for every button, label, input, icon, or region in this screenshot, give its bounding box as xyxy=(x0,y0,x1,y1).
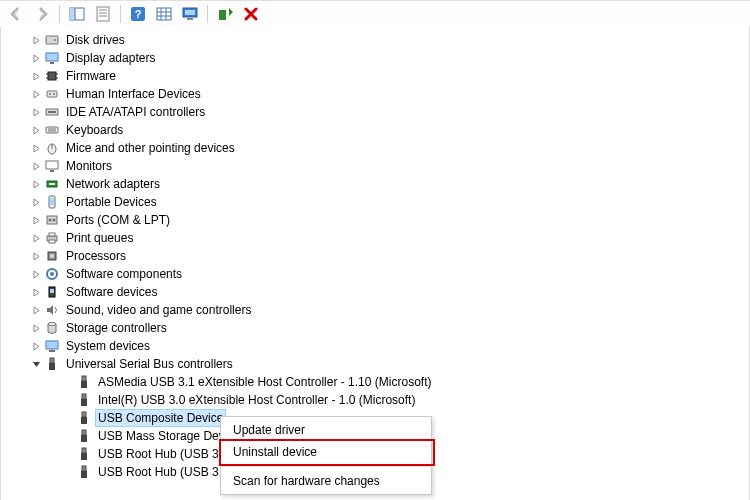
tree-node[interactable]: Sound, video and game controllers xyxy=(1,301,749,319)
chevron-right-icon[interactable] xyxy=(29,267,43,281)
tree-node-label: Disk drives xyxy=(64,32,127,48)
svg-rect-57 xyxy=(49,350,55,352)
device-tree[interactable]: Disk drivesDisplay adaptersFirmwareHuman… xyxy=(1,27,749,481)
tree-node[interactable]: IDE ATA/ATAPI controllers xyxy=(1,103,749,121)
svg-rect-54 xyxy=(50,289,54,293)
svg-text:?: ? xyxy=(135,8,142,20)
toolbar-separator xyxy=(120,5,121,23)
tree-node[interactable]: Intel(R) USB 3.0 eXtensible Host Control… xyxy=(1,391,749,409)
mouse-icon xyxy=(44,140,60,156)
tree-node-label: ASMedia USB 3.1 eXtensible Host Controll… xyxy=(96,374,433,390)
toolbar-update-driver-button[interactable] xyxy=(213,2,237,26)
svg-rect-59 xyxy=(49,363,55,370)
tree-node[interactable]: Firmware xyxy=(1,67,749,85)
cpu-icon xyxy=(44,248,60,264)
svg-rect-47 xyxy=(49,233,55,236)
tree-node[interactable]: Keyboards xyxy=(1,121,749,139)
chevron-right-icon[interactable] xyxy=(29,105,43,119)
toolbar-scan-button[interactable] xyxy=(178,2,202,26)
toolbar: ? xyxy=(0,0,750,28)
tree-node[interactable]: System devices xyxy=(1,337,749,355)
toolbar-back-button[interactable] xyxy=(4,2,28,26)
tree-node[interactable]: Human Interface Devices xyxy=(1,85,749,103)
tree-node[interactable]: Monitors xyxy=(1,157,749,175)
chevron-right-icon[interactable] xyxy=(29,195,43,209)
svg-rect-66 xyxy=(82,430,86,435)
context-menu-uninstall-device[interactable]: Uninstall device xyxy=(221,441,431,463)
tree-node-label: Universal Serial Bus controllers xyxy=(64,356,235,372)
chevron-right-icon[interactable] xyxy=(29,87,43,101)
toolbar-separator xyxy=(207,5,208,23)
svg-rect-64 xyxy=(82,412,86,417)
chevron-down-icon[interactable] xyxy=(29,357,43,371)
sound-icon xyxy=(44,302,60,318)
tree-node-label: Processors xyxy=(64,248,128,264)
chevron-right-icon[interactable] xyxy=(29,249,43,263)
tree-node[interactable]: Portable Devices xyxy=(1,193,749,211)
svg-rect-37 xyxy=(46,161,58,169)
svg-rect-70 xyxy=(82,466,86,471)
properties-icon xyxy=(95,6,111,22)
toolbar-forward-button[interactable] xyxy=(30,2,54,26)
caret-placeholder xyxy=(61,465,75,479)
chevron-right-icon[interactable] xyxy=(29,141,43,155)
chevron-right-icon[interactable] xyxy=(29,177,43,191)
svg-point-52 xyxy=(50,272,54,276)
chevron-right-icon[interactable] xyxy=(29,213,43,227)
tree-node[interactable]: Disk drives xyxy=(1,31,749,49)
toolbar-properties-button[interactable] xyxy=(91,2,115,26)
tree-node[interactable]: Display adapters xyxy=(1,49,749,67)
chevron-right-icon[interactable] xyxy=(29,123,43,137)
tree-node[interactable]: Storage controllers xyxy=(1,319,749,337)
tree-node[interactable]: Software components xyxy=(1,265,749,283)
tree-node[interactable]: Ports (COM & LPT) xyxy=(1,211,749,229)
chip-icon xyxy=(44,68,60,84)
svg-rect-18 xyxy=(46,36,58,44)
toolbar-show-hide-tree-button[interactable] xyxy=(65,2,89,26)
chevron-right-icon[interactable] xyxy=(29,159,43,173)
tree-node-label: USB Mass Storage Devi xyxy=(96,428,229,444)
tree-node-label: IDE ATA/ATAPI controllers xyxy=(64,104,207,120)
context-menu-scan-hardware[interactable]: Scan for hardware changes xyxy=(221,470,431,492)
tree-node-label: Sound, video and game controllers xyxy=(64,302,253,318)
tree-node-label: System devices xyxy=(64,338,152,354)
console-tree-icon xyxy=(69,6,85,22)
toolbar-action-button[interactable] xyxy=(152,2,176,26)
svg-rect-68 xyxy=(82,448,86,453)
tree-node-label: Monitors xyxy=(64,158,114,174)
svg-rect-61 xyxy=(81,381,87,388)
chevron-right-icon[interactable] xyxy=(29,231,43,245)
context-menu-update-driver[interactable]: Update driver xyxy=(221,419,431,441)
tree-node[interactable]: Universal Serial Bus controllers xyxy=(1,355,749,373)
svg-rect-15 xyxy=(187,18,193,20)
usb-icon xyxy=(76,392,92,408)
chevron-right-icon[interactable] xyxy=(29,321,43,335)
chevron-right-icon[interactable] xyxy=(29,69,43,83)
tree-node-label: Mice and other pointing devices xyxy=(64,140,237,156)
chevron-right-icon[interactable] xyxy=(29,33,43,47)
svg-rect-40 xyxy=(49,183,55,185)
chevron-right-icon[interactable] xyxy=(29,303,43,317)
toolbar-uninstall-button[interactable] xyxy=(239,2,263,26)
chevron-right-icon[interactable] xyxy=(29,285,43,299)
tree-node[interactable]: Software devices xyxy=(1,283,749,301)
tree-node[interactable]: Print queues xyxy=(1,229,749,247)
chevron-right-icon[interactable] xyxy=(29,339,43,353)
svg-point-28 xyxy=(49,93,51,95)
toolbar-help-button[interactable]: ? xyxy=(126,2,150,26)
tree-node[interactable]: Mice and other pointing devices xyxy=(1,139,749,157)
port-icon xyxy=(44,212,60,228)
chevron-right-icon[interactable] xyxy=(29,51,43,65)
usb-icon xyxy=(76,374,92,390)
tree-node-label: Intel(R) USB 3.0 eXtensible Host Control… xyxy=(96,392,417,408)
tree-node[interactable]: ASMedia USB 3.1 eXtensible Host Controll… xyxy=(1,373,749,391)
tree-node[interactable]: Network adapters xyxy=(1,175,749,193)
tree-node-label: USB Composite Device xyxy=(96,410,225,426)
caret-placeholder xyxy=(61,429,75,443)
svg-rect-20 xyxy=(46,53,58,61)
context-menu-separator xyxy=(222,466,430,467)
svg-rect-67 xyxy=(81,435,87,442)
usb-icon xyxy=(76,446,92,462)
arrow-right-icon xyxy=(34,6,50,22)
tree-node[interactable]: Processors xyxy=(1,247,749,265)
